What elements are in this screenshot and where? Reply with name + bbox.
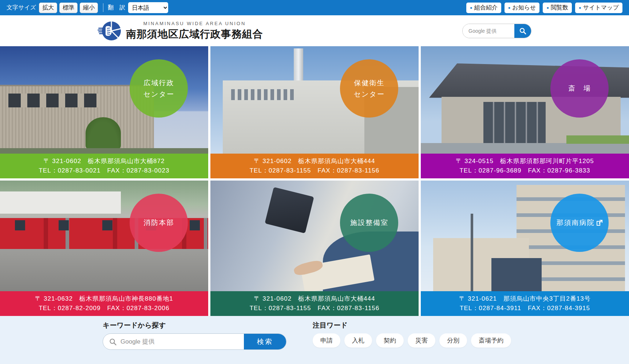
photo-shape xyxy=(491,258,541,291)
keyword-search-input[interactable] xyxy=(120,338,244,345)
facility-tile-crematorium[interactable]: 斎 場 〒 324-0515 栃木県那須郡那珂川町片平1205 TEL：0287… xyxy=(421,46,629,178)
facility-address: 〒 321-0602 栃木県那須烏山市大桶444 xyxy=(254,294,375,304)
facility-info-bar: 〒 324-0515 栃木県那須郡那珂川町片平1205 TEL：0287-96-… xyxy=(421,154,629,178)
facility-label-circle[interactable]: 保健衛生 センター xyxy=(340,59,398,118)
photo-shape xyxy=(0,254,208,291)
header-search xyxy=(462,24,531,38)
photo-shape xyxy=(265,187,314,234)
facility-label: センター xyxy=(143,89,174,99)
translate-label: 翻 訳 xyxy=(108,4,125,12)
facility-info-bar: 〒 321-0602 栃木県那須烏山市大桶444 TEL：0287-83-115… xyxy=(210,154,419,178)
keyword-tag-contract[interactable]: 契約 xyxy=(376,333,404,348)
facility-telfax: TEL：0287-83-1155 FAX：0287-83-1156 xyxy=(250,304,380,313)
facility-label-circle[interactable]: 斎 場 xyxy=(550,59,609,118)
keyword-tag-application[interactable]: 申請 xyxy=(313,333,340,348)
facility-address: 〒 321-0602 栃木県那須烏山市大桶444 xyxy=(254,157,375,166)
keyword-tag-disaster[interactable]: 災害 xyxy=(408,333,435,348)
keyword-search-box: 検索 xyxy=(103,333,286,350)
facility-tile-health-center[interactable]: 保健衛生 センター 〒 321-0602 栃木県那須烏山市大桶444 TEL：0… xyxy=(210,46,419,178)
font-size-label: 文字サイズ xyxy=(7,4,36,12)
header-search-button[interactable] xyxy=(514,24,531,38)
org-name-ja: 南那須地区広域行政事務組合 xyxy=(126,27,263,41)
bullet-icon: ● xyxy=(546,6,549,10)
photo-shape xyxy=(8,94,100,107)
facility-tile-regional-admin-center[interactable]: 広域行政 センター 〒 321-0602 栃木県那須烏山市大桶872 TEL：0… xyxy=(0,46,208,178)
page: 文字サイズ 拡大 標準 縮小 翻 訳 日本語 ● 組合紹介 ● お知らせ ● 閲… xyxy=(0,0,629,364)
keyword-tag-sorting[interactable]: 分別 xyxy=(439,333,467,348)
photo-shape xyxy=(483,102,546,143)
org-name-en: MINAMINASU WIDE AREA UNION xyxy=(126,21,263,26)
divider xyxy=(103,3,103,12)
photo-shape xyxy=(566,135,629,144)
facility-tile-facility-maintenance[interactable]: 施設整備室 〒 321-0602 栃木県那須烏山市大桶444 TEL：0287-… xyxy=(210,181,419,316)
organization-logo-icon xyxy=(98,21,121,41)
facility-info-bar: 〒 321-0621 那須烏山市中央3丁目2番13号 TEL：0287-84-3… xyxy=(421,291,629,316)
site-brand[interactable]: MINAMINASU WIDE AREA UNION 南那須地区広域行政事務組合 xyxy=(98,21,263,41)
search-icon xyxy=(109,338,117,346)
facility-label: 斎 場 xyxy=(568,83,591,94)
keyword-search-block: キーワードから探す 検索 xyxy=(103,316,286,364)
photo-shape xyxy=(421,143,629,154)
facility-telfax: TEL：0287-96-3689 FAX：0287-96-3833 xyxy=(459,166,590,175)
bullet-icon: ● xyxy=(470,6,472,10)
facility-label-circle[interactable]: 広域行政 センター xyxy=(130,59,188,118)
language-select[interactable]: 日本語 xyxy=(128,2,168,13)
font-enlarge-button[interactable]: 拡大 xyxy=(39,3,57,13)
facility-label: 保健衛生 xyxy=(354,78,384,88)
facility-telfax: TEL：0287-83-1155 FAX：0287-83-1156 xyxy=(250,166,380,175)
photo-shape xyxy=(231,89,294,100)
facility-address: 〒 321-0621 那須烏山市中央3丁目2番13号 xyxy=(459,294,590,304)
facility-telfax: TEL：0287-82-2009 FAX：0287-83-2006 xyxy=(39,304,169,313)
facility-label: 那須南病院 xyxy=(556,217,594,228)
facility-info-bar: 〒 321-0602 栃木県那須烏山市大桶872 TEL：0287-83-002… xyxy=(0,154,208,178)
facility-photo: 消防本部 xyxy=(0,181,208,291)
bullet-icon: ● xyxy=(508,6,511,10)
facility-label: 施設整備室 xyxy=(350,217,388,228)
facility-photo: 施設整備室 xyxy=(210,181,419,291)
header-search-input[interactable] xyxy=(463,24,514,38)
facility-info-bar: 〒 321-0602 栃木県那須烏山市大桶444 TEL：0287-83-115… xyxy=(210,291,419,316)
facility-label: 消防本部 xyxy=(143,217,174,228)
nav-link-views[interactable]: ● 閲覧数 xyxy=(543,3,572,13)
facility-address: 〒 321-0632 栃木県那須烏山市神長880番地1 xyxy=(35,294,173,304)
keyword-tags: 申請 入札 契約 災害 分別 斎場予約 xyxy=(313,333,511,348)
keyword-search-button[interactable]: 検索 xyxy=(244,334,286,349)
keyword-tag-crematorium-booking[interactable]: 斎場予約 xyxy=(471,333,511,348)
nav-link-label: サイトマップ xyxy=(583,4,619,12)
featured-words-block: 注目ワード 申請 入札 契約 災害 分別 斎場予約 xyxy=(313,316,511,364)
nav-link-union-intro[interactable]: ● 組合紹介 xyxy=(466,3,501,13)
photo-shape xyxy=(471,214,473,291)
utility-bar: 文字サイズ 拡大 標準 縮小 翻 訳 日本語 ● 組合紹介 ● お知らせ ● 閲… xyxy=(0,0,629,15)
facility-label-circle[interactable]: 那須南病院 xyxy=(550,194,609,252)
facility-label-circle[interactable]: 施設整備室 xyxy=(340,194,398,252)
bullet-icon: ● xyxy=(579,6,581,10)
external-link-icon xyxy=(596,219,603,226)
facility-label: 広域行政 xyxy=(143,78,174,88)
font-standard-button[interactable]: 標準 xyxy=(59,3,78,13)
facility-telfax: TEL：0287-84-3911 FAX：0287-84-3915 xyxy=(460,304,590,313)
photo-shape xyxy=(86,117,121,150)
facility-tile-nasu-minami-hospital[interactable]: 那須南病院 〒 321-0621 那須烏山市中央3丁目2番13号 TEL：028… xyxy=(421,181,629,316)
nav-link-label: 組合紹介 xyxy=(474,4,498,12)
search-icon xyxy=(519,27,526,35)
bottom-search-band: キーワードから探す 検索 注目ワード 申請 入札 契約 災害 分別 xyxy=(0,316,629,364)
keyword-tag-bidding[interactable]: 入札 xyxy=(344,333,372,348)
keyword-search-input-wrap xyxy=(103,334,244,349)
facility-label: センター xyxy=(354,89,385,99)
facility-tile-fire-department[interactable]: 消防本部 〒 321-0632 栃木県那須烏山市神長880番地1 TEL：028… xyxy=(0,181,208,316)
featured-words-heading: 注目ワード xyxy=(313,321,511,330)
site-titles: MINAMINASU WIDE AREA UNION 南那須地区広域行政事務組合 xyxy=(126,21,263,41)
facility-address: 〒 321-0602 栃木県那須烏山市大桶872 xyxy=(44,157,165,166)
facility-label-circle[interactable]: 消防本部 xyxy=(130,194,188,252)
photo-shape xyxy=(0,191,121,214)
nav-link-news[interactable]: ● お知らせ xyxy=(505,3,540,13)
facility-photo: 斎 場 xyxy=(421,46,629,154)
facility-telfax: TEL：0287-83-0021 FAX：0287-83-0023 xyxy=(39,166,169,175)
facility-photo: 那須南病院 xyxy=(421,181,629,291)
facility-info-bar: 〒 321-0632 栃木県那須烏山市神長880番地1 TEL：0287-82-… xyxy=(0,291,208,316)
font-shrink-button[interactable]: 縮小 xyxy=(80,3,98,13)
facility-photo: 保健衛生 センター xyxy=(210,46,419,154)
keyword-search-heading: キーワードから探す xyxy=(103,321,286,330)
nav-link-sitemap[interactable]: ● サイトマップ xyxy=(575,3,622,13)
nav-link-label: お知らせ xyxy=(512,4,536,12)
